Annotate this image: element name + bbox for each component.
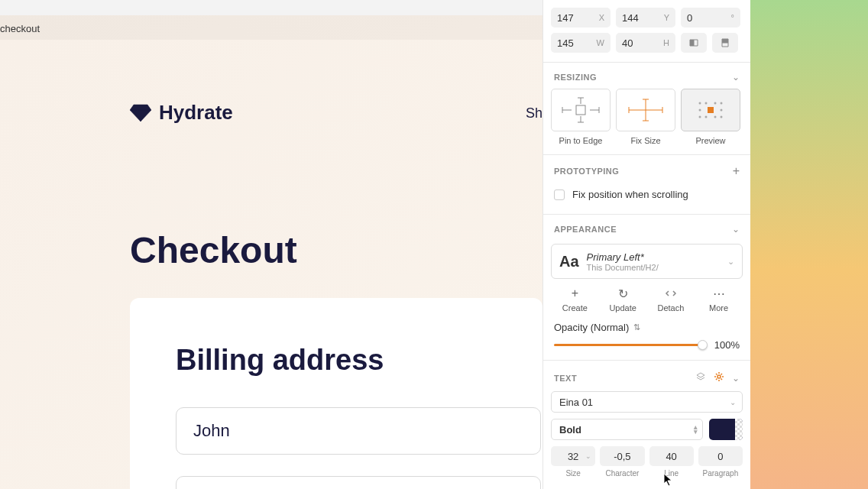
svg-point-25 [721, 116, 723, 118]
rotation-label: ° [731, 13, 734, 22]
gear-icon[interactable] [714, 371, 724, 385]
fix-scroll-label: Fix position when scrolling [572, 189, 688, 200]
opacity-label[interactable]: Opacity (Normal) [554, 322, 629, 333]
character-label: Character [600, 469, 644, 478]
opacity-value[interactable]: 100% [711, 339, 740, 351]
tab-bar [0, 0, 542, 15]
text-title: TEXT [554, 374, 577, 383]
chevron-down-icon[interactable]: ⌄ [732, 72, 740, 83]
y-input[interactable] [622, 12, 653, 24]
height-input[interactable] [622, 37, 653, 49]
svg-point-19 [721, 102, 723, 105]
chevron-down-icon[interactable]: ⌄ [732, 373, 740, 384]
transform-section: X Y ° W H [543, 0, 750, 63]
w-label: W [597, 38, 604, 47]
text-style-picker[interactable]: Aa Primary Left* This Document/H2/ ⌄ [551, 244, 743, 279]
svg-point-16 [699, 102, 701, 105]
canvas-tab-label[interactable]: checkout [0, 23, 40, 34]
svg-point-23 [705, 116, 708, 118]
y-position-field[interactable]: Y [616, 8, 675, 28]
chevron-down-icon[interactable]: ⌄ [732, 224, 740, 235]
rotation-input[interactable] [687, 12, 717, 24]
more-icon: ⋯ [712, 287, 726, 300]
flip-vertical-icon [720, 37, 730, 48]
preview-button[interactable] [681, 89, 740, 131]
nav-link-partial: Sh [526, 105, 542, 121]
resizing-section: RESIZING ⌄ [543, 63, 750, 155]
svg-point-17 [705, 102, 708, 105]
width-field[interactable]: W [551, 33, 611, 53]
rotation-field[interactable]: ° [681, 8, 740, 28]
resizing-title: RESIZING [554, 73, 597, 82]
x-input[interactable] [557, 12, 588, 24]
pin-edge-icon [558, 95, 604, 125]
last-name-input[interactable]: Smith [176, 476, 541, 489]
svg-rect-15 [708, 107, 714, 113]
fix-scroll-row[interactable]: Fix position when scrolling [543, 184, 750, 205]
width-input[interactable] [557, 37, 588, 49]
svg-point-21 [721, 109, 723, 112]
prototyping-section: PROTOTYPING + Fix position when scrollin… [543, 155, 750, 215]
flip-vertical-button[interactable] [712, 33, 738, 53]
update-style-button[interactable]: ↻ Update [600, 287, 646, 313]
style-name: Primary Left* [587, 251, 659, 263]
paragraph-label: Paragraph [698, 469, 743, 478]
text-section: TEXT ⌄ Eina 01 ⌄ Bold ▴▾ 32 ⌄ [543, 361, 750, 478]
appearance-title: APPEARANCE [554, 225, 617, 234]
first-name-input[interactable]: John [176, 407, 541, 455]
form-heading[interactable]: Billing address [176, 344, 497, 377]
plus-icon: + [568, 287, 581, 300]
brand-name: Hydrate [159, 101, 233, 125]
plus-icon[interactable]: + [733, 164, 740, 178]
svg-point-26 [717, 375, 721, 378]
chevron-down-icon: ⌄ [585, 452, 591, 460]
style-path: This Document/H2/ [587, 263, 659, 272]
character-spacing-field[interactable]: -0,5 [600, 446, 644, 466]
svg-point-20 [699, 109, 701, 112]
artboard[interactable]: Hydrate Sh Checkout Billing address John… [0, 40, 542, 489]
fix-size-button[interactable] [616, 89, 675, 131]
layers-icon[interactable] [695, 371, 706, 385]
appearance-section: APPEARANCE ⌄ Aa Primary Left* This Docum… [543, 215, 750, 361]
more-style-button[interactable]: ⋯ More [696, 287, 742, 313]
font-family-dropdown[interactable]: Eina 01 ⌄ [551, 391, 743, 413]
detach-icon [664, 287, 678, 300]
prototyping-title: PROTOTYPING [554, 167, 619, 176]
inspector-panel: X Y ° W H RESIZING ⌄ [542, 0, 750, 489]
background-gradient [750, 0, 868, 489]
font-size-field[interactable]: 32 ⌄ [551, 446, 595, 466]
opacity-stepper-icon[interactable]: ⇅ [633, 322, 640, 332]
line-height-field[interactable]: 40 [649, 446, 694, 466]
pin-to-edge-button[interactable] [551, 89, 611, 131]
preview-icon [695, 100, 726, 120]
refresh-icon: ↻ [616, 287, 630, 300]
pin-label: Pin to Edge [551, 136, 611, 145]
h-label: H [663, 38, 669, 47]
svg-point-18 [714, 102, 717, 105]
fix-size-icon [623, 95, 669, 125]
aa-icon: Aa [559, 253, 579, 270]
stepper-icon: ▴▾ [694, 425, 698, 434]
slider-thumb[interactable] [698, 340, 708, 350]
text-color-swatch[interactable] [709, 419, 743, 440]
line-label: Line [649, 469, 694, 478]
x-label: X [599, 13, 604, 22]
fix-scroll-checkbox[interactable] [554, 189, 565, 200]
preview-label: Preview [681, 136, 740, 145]
opacity-slider[interactable] [554, 344, 703, 346]
svg-point-24 [714, 116, 717, 118]
paragraph-spacing-field[interactable]: 0 [698, 446, 743, 466]
chevron-down-icon: ⌄ [727, 257, 734, 267]
flip-horizontal-icon [688, 37, 699, 48]
page-title[interactable]: Checkout [130, 229, 297, 271]
height-field[interactable]: H [616, 33, 675, 53]
x-position-field[interactable]: X [551, 8, 611, 28]
fix-label: Fix Size [616, 136, 675, 145]
y-label: Y [664, 13, 669, 22]
font-weight-dropdown[interactable]: Bold ▴▾ [551, 419, 703, 440]
brand-logo: Hydrate [130, 101, 233, 125]
flip-horizontal-button[interactable] [681, 33, 707, 53]
size-label: Size [551, 469, 595, 478]
detach-style-button[interactable]: Detach [648, 287, 694, 313]
create-style-button[interactable]: + Create [552, 287, 598, 313]
